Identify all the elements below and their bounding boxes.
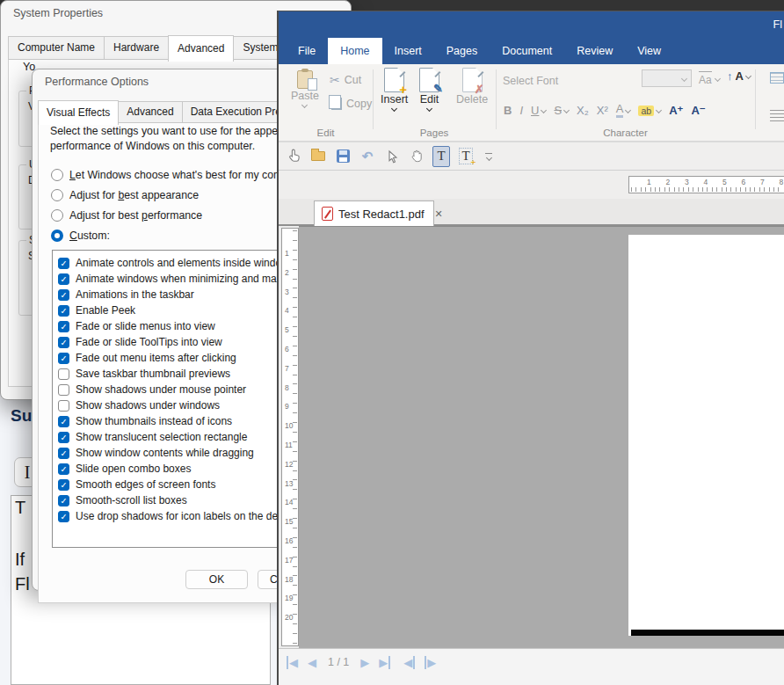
increase-font-button[interactable]: A⁺: [669, 104, 683, 117]
radio-best-appearance[interactable]: Adjust for best appearance: [51, 189, 199, 201]
decrease-font-button[interactable]: A⁻: [691, 104, 705, 117]
pan-tool-button[interactable]: [408, 146, 425, 167]
checkbox-checked-icon[interactable]: ✓: [58, 258, 69, 269]
strikethrough-button[interactable]: S: [554, 104, 569, 117]
checkbox-checked-icon[interactable]: ✓: [58, 353, 69, 364]
add-text-icon: T+: [459, 148, 472, 164]
checkbox-checked-icon[interactable]: ✓: [58, 495, 69, 506]
checkbox-checked-icon[interactable]: ✓: [58, 479, 69, 491]
tab-advanced[interactable]: Advanced: [168, 35, 234, 62]
checkbox-label: Show shadows under mouse pointer: [76, 383, 246, 396]
ruler-number: 14: [285, 498, 293, 506]
chevron-down-icon: [715, 76, 721, 82]
close-icon[interactable]: ✕: [435, 208, 443, 220]
checkbox-label: Fade or slide menus into view: [76, 320, 215, 332]
italic-button[interactable]: I: [519, 104, 523, 117]
ribbon-tab-home[interactable]: Home: [328, 38, 381, 64]
touch-tool-button[interactable]: [285, 146, 302, 167]
checkbox-label: Save taskbar thumbnail previews: [76, 368, 230, 380]
radio-custom[interactable]: Custom:: [51, 230, 110, 242]
checkbox-checked-icon[interactable]: ✓: [58, 305, 69, 317]
copy-button[interactable]: Copy: [328, 98, 372, 110]
text-direction-button[interactable]: ↑ A: [727, 69, 751, 83]
ribbon-tab-document[interactable]: Document: [490, 38, 564, 64]
ribbon-tab-view[interactable]: View: [625, 38, 673, 64]
paste-button[interactable]: Paste: [291, 70, 319, 107]
ruler-number: 6: [285, 345, 289, 353]
highlight-button[interactable]: ab: [638, 106, 661, 116]
checkbox-unchecked-icon[interactable]: [58, 368, 69, 380]
select-tool-button[interactable]: [383, 146, 401, 167]
visual-effects-list[interactable]: ✓Animate controls and elements inside wi…: [52, 250, 316, 548]
change-case-button[interactable]: Aa: [699, 71, 720, 86]
checkbox-label: Show window contents while dragging: [76, 447, 254, 459]
checkbox-checked-icon[interactable]: ✓: [58, 463, 69, 475]
checkbox-checked-icon[interactable]: ✓: [58, 289, 69, 301]
checkbox-unchecked-icon[interactable]: [58, 384, 69, 396]
checkbox-checked-icon[interactable]: ✓: [58, 511, 69, 522]
last-page-button[interactable]: ▶: [379, 656, 390, 669]
first-page-button[interactable]: ◀: [287, 656, 298, 669]
radio-let-windows-choose[interactable]: Let Windows choose what's best for my co…: [51, 169, 288, 181]
align-text-icon[interactable]: [770, 110, 784, 121]
checkbox-checked-icon[interactable]: ✓: [58, 416, 69, 427]
quick-toolbar: ↶ T T+: [279, 142, 784, 171]
previous-view-button[interactable]: ◀: [403, 656, 415, 669]
ribbon-tab-file[interactable]: File: [286, 38, 328, 64]
ribbon-tab-insert[interactable]: Insert: [382, 38, 434, 64]
underline-button[interactable]: U: [531, 104, 546, 117]
toolbar-overflow-button[interactable]: [485, 153, 492, 160]
subscript-button[interactable]: X₂: [577, 104, 589, 117]
document-tab-bar: Test Redact1.pdf ✕: [279, 199, 784, 226]
background-line1: If: [15, 550, 25, 570]
select-font-label: Select Font: [503, 75, 558, 87]
add-text-tool-button[interactable]: T+: [457, 146, 475, 167]
background-heading: Su: [11, 406, 32, 426]
font-color-button[interactable]: A: [616, 103, 631, 118]
ruler-number: 20: [285, 613, 293, 622]
delete-page-icon: ✗: [462, 68, 483, 92]
text-tool-button-selected[interactable]: T: [432, 146, 450, 167]
save-button[interactable]: [334, 146, 352, 167]
tab-hardware[interactable]: Hardware: [104, 36, 169, 60]
ribbon-tab-pages[interactable]: Pages: [434, 38, 490, 64]
pdf-page[interactable]: [628, 235, 784, 636]
superscript-button[interactable]: X²: [597, 104, 608, 117]
checkbox-checked-icon[interactable]: ✓: [58, 432, 69, 443]
previous-page-button[interactable]: ◀: [308, 656, 316, 669]
checkbox-unchecked-icon[interactable]: [58, 400, 69, 412]
tab-perf-advanced[interactable]: Advanced: [118, 101, 182, 123]
radio-best-performance[interactable]: Adjust for best performance: [51, 209, 202, 222]
ribbon-tab-review[interactable]: Review: [564, 38, 625, 64]
radio-label: Adjust for best appearance: [69, 189, 199, 201]
document-canvas[interactable]: [299, 226, 784, 648]
open-file-button[interactable]: [309, 146, 327, 167]
delete-page-button[interactable]: ✗ Delete: [456, 68, 488, 106]
ruler-number: 4: [285, 306, 289, 315]
tab-visual-effects[interactable]: Visual Effects: [38, 100, 119, 125]
checkbox-checked-icon[interactable]: ✓: [58, 321, 69, 332]
next-view-button[interactable]: ▶: [425, 656, 436, 669]
next-page-button[interactable]: ▶: [360, 656, 369, 669]
radio-label: Let Windows choose what's best for my co…: [69, 169, 288, 181]
insert-page-button[interactable]: + Insert: [381, 68, 408, 111]
bold-button[interactable]: B: [504, 104, 512, 117]
font-size-combo[interactable]: [642, 69, 692, 87]
checkbox-label: Show translucent selection rectangle: [76, 431, 247, 443]
paste-icon: [297, 70, 313, 89]
tab-computer-name[interactable]: Computer Name: [8, 36, 105, 60]
checkbox-checked-icon[interactable]: ✓: [58, 273, 69, 285]
cut-button[interactable]: ✂ Cut: [330, 73, 361, 87]
ok-button[interactable]: OK: [185, 570, 248, 589]
ruler-number: 8: [780, 178, 784, 186]
pdf-file-icon: [322, 207, 333, 221]
document-tab[interactable]: Test Redact1.pdf ✕: [314, 200, 434, 226]
edit-page-button[interactable]: ✎ Edit: [419, 68, 439, 111]
checkbox-label: Use drop shadows for icon labels on the …: [76, 510, 288, 522]
ruler-number: 2: [285, 268, 289, 277]
ruler-number: 12: [285, 460, 293, 469]
undo-button[interactable]: ↶: [359, 146, 376, 167]
checkbox-checked-icon[interactable]: ✓: [58, 448, 69, 459]
text-box-icon[interactable]: [770, 72, 784, 84]
checkbox-checked-icon[interactable]: ✓: [58, 337, 69, 348]
